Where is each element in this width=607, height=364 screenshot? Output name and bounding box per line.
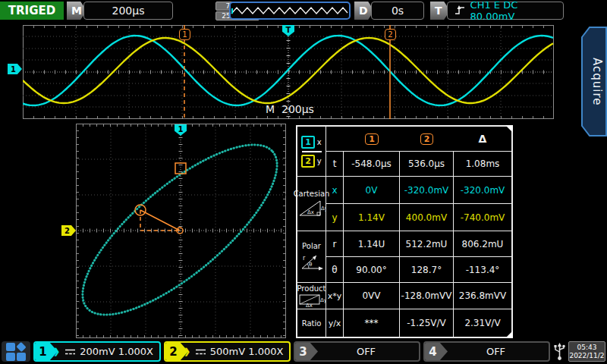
trigger-status-badge: TRIGED	[0, 2, 64, 20]
table-corner-fold-top	[505, 125, 513, 133]
section-ratio: Ratio	[297, 309, 326, 337]
cursor-1-label[interactable]: 1	[179, 29, 190, 40]
param-xy: x*y	[326, 283, 344, 309]
trigger-value-box[interactable]: CH1 E DC 80.00mV	[447, 2, 564, 20]
channel-4-status[interactable]: 4 OFF	[423, 341, 550, 362]
channel-3-status[interactable]: 3 OFF	[294, 341, 420, 362]
t-delta-value: 1.08ms	[454, 152, 511, 177]
product-rect-icon: Δy Δx	[298, 293, 326, 307]
table-corner-fold-bottom	[505, 331, 513, 338]
table-legend-cell: 1 x 2 y	[297, 127, 326, 177]
y-delta-value: -740.0mV	[454, 204, 511, 231]
channel-2-number: 2	[165, 343, 188, 360]
channel-1-number: 1	[35, 343, 58, 360]
svg-text:Δx: Δx	[306, 303, 313, 308]
t-cursor1-value: -548.0µs	[344, 152, 400, 177]
x-cursor2-value: -320.0mV	[400, 177, 454, 204]
top-status-bar: TRIGED M 200µs 700pts 250kSa/s D 0s T CH…	[0, 0, 607, 21]
channel-2-scale: 500mV 1.000X	[193, 346, 289, 357]
product-label: Product	[297, 284, 326, 293]
apps-tile-icon	[6, 343, 15, 351]
dc-coupling-icon	[195, 348, 206, 356]
r-cursor2-value: 512.2mU	[400, 231, 454, 257]
channel-1-scale-text: 200mV 1.000X	[80, 346, 153, 357]
theta-cursor2-value: 128.7°	[400, 257, 454, 283]
param-theta: θ	[326, 257, 344, 283]
xy-y-axis-flag[interactable]: 2	[61, 225, 76, 236]
x-cursor1-value: 0V	[344, 177, 400, 204]
channel-1-status[interactable]: 1 ❯ 200mV 1.000X	[33, 341, 161, 362]
cursor-2-header-chip: 2	[420, 133, 434, 145]
svg-text:r: r	[303, 255, 306, 262]
ratio-delta-value: 2.31V/V	[454, 309, 511, 337]
theta-cursor1-value: 90.00°	[344, 257, 400, 283]
polar-vector-icon: r θ	[298, 251, 326, 272]
r-cursor1-value: 1.14U	[344, 231, 400, 257]
y-cursor1-value: 1.14V	[344, 204, 400, 231]
cursor-1-header-chip: 1	[365, 133, 379, 145]
table-header-row: 1 2 Δ	[326, 127, 511, 152]
ratio-cursor2-value: -1.25V/V	[400, 309, 454, 337]
acquire-menu-tab[interactable]: Acquire	[581, 27, 607, 136]
delay-value-box[interactable]: 0s	[371, 2, 424, 20]
channel-3-state: OFF	[318, 346, 419, 357]
date-readout: 2022/11/2	[569, 352, 604, 360]
cartesian-triangle-icon: Δy Δx	[298, 199, 326, 218]
apps-tile-icon	[17, 353, 26, 361]
param-ratio: y/x	[326, 309, 344, 337]
channel-4-number: 4	[425, 343, 448, 360]
polar-label: Polar	[302, 242, 321, 250]
ch2-legend-chip: 2	[301, 155, 315, 168]
preview-wave-icon	[231, 3, 349, 18]
legend-divider	[302, 151, 322, 152]
x-axis-legend: x	[317, 138, 322, 146]
trigger-setting-text: CH1 E DC 80.00mV	[470, 0, 563, 22]
section-product: Product Δy Δx	[297, 283, 326, 309]
channel-1-scale: 200mV 1.000X	[63, 346, 159, 357]
waveform-preview-strip[interactable]	[229, 2, 351, 20]
xy-cursor2-value: -128.0mVV	[400, 283, 454, 309]
bottom-status-bar: 1 ❯ 200mV 1.000X 2 ❯	[0, 340, 607, 364]
clock-panel: 05:43 2022/11/2	[568, 341, 605, 362]
rising-edge-icon	[454, 5, 467, 17]
xy-view[interactable]	[76, 124, 286, 338]
param-x: x	[326, 177, 344, 204]
apps-tile-icon	[6, 353, 15, 361]
theta-delta-value: -113.4°	[454, 257, 511, 283]
xy-cursor1-value: 0VV	[344, 283, 400, 309]
apps-diamond-icon	[16, 341, 26, 351]
svg-text:Δy: Δy	[321, 206, 326, 212]
svg-text:Δx: Δx	[307, 209, 314, 215]
section-polar: Polar r θ	[297, 231, 326, 283]
section-cartesian: Cartesian Δy Δx	[297, 177, 326, 231]
channel-4-state: OFF	[448, 346, 549, 357]
oscilloscope-screen: TRIGED M 200µs 700pts 250kSa/s D 0s T CH…	[0, 0, 607, 364]
polar-vector	[140, 210, 180, 231]
param-y: y	[326, 204, 344, 231]
xy-measure-table: 1 x 2 y 1 2 Δ t -548.0µs 536.0µs 1.08ms …	[296, 125, 513, 338]
channel-2-status[interactable]: 2 ❯ 500mV 1.000X	[164, 341, 291, 362]
param-r: r	[326, 231, 344, 257]
apps-menu-button[interactable]	[2, 341, 30, 362]
xy-delta-value: 236.8mVV	[454, 283, 511, 309]
svg-text:θ: θ	[309, 262, 312, 268]
param-t: t	[326, 152, 344, 177]
ch1-level-flag[interactable]: 1	[8, 64, 22, 74]
r-delta-value: 806.2mU	[454, 231, 511, 257]
y-cursor2-value: 400.0mV	[400, 204, 454, 231]
channel-2-scale-text: 500mV 1.000X	[210, 346, 284, 357]
acquire-tab-label: Acquire	[588, 27, 606, 136]
cartesian-label: Cartesian	[294, 190, 330, 198]
cursor-2-label[interactable]: 2	[385, 29, 396, 40]
ch1-legend-chip: 1	[301, 136, 315, 149]
timebase-readout: M 200µs	[266, 103, 314, 115]
usb-icon	[552, 343, 567, 361]
x-delta-value: -320.0mV	[454, 177, 511, 204]
timebase-value-box[interactable]: 200µs	[83, 2, 173, 20]
time-readout: 05:43	[577, 344, 597, 352]
dc-coupling-icon	[64, 348, 76, 356]
delta-header: Δ	[454, 133, 511, 145]
channel-3-number: 3	[295, 343, 318, 360]
ratio-cursor1-value: ***	[344, 309, 400, 337]
t-cursor2-value: 536.0µs	[400, 152, 454, 177]
